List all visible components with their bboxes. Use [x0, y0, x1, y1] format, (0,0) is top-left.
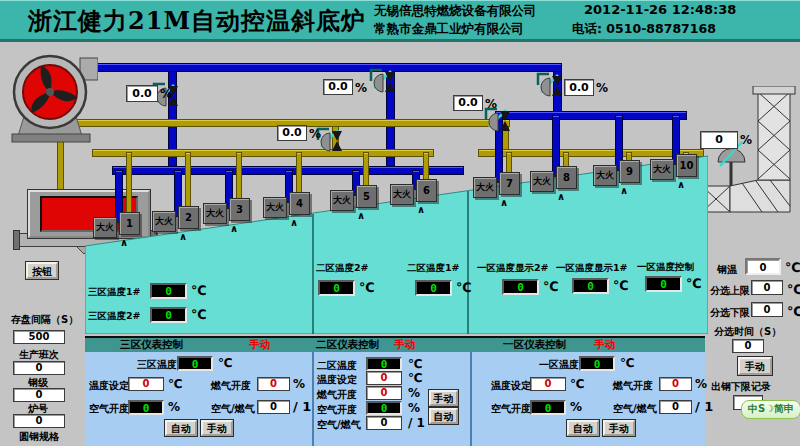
- percent-unit: %: [293, 377, 305, 391]
- sorting-timer-input[interactable]: 0: [732, 339, 764, 353]
- gas-opening-label: 燃气开度: [613, 379, 653, 393]
- sidebar-field-input[interactable]: 0: [13, 361, 65, 375]
- panel-temp-label: 二区温度: [317, 359, 357, 373]
- row-unit: %: [408, 386, 420, 400]
- scada-screen: 浙江健力21M自动控温斜底炉 无锡倍思特燃烧设备有限公司 常熟市金鼎工业炉有限公…: [0, 0, 800, 446]
- gas-opening-input[interactable]: 0: [366, 386, 402, 400]
- sidebar-field-label: 圆钢规格: [19, 430, 59, 444]
- panel-temp-led: 0: [177, 356, 213, 371]
- butterfly-valve-icon: [535, 71, 563, 103]
- setpoint-input[interactable]: 0: [128, 377, 164, 391]
- manual-button[interactable]: 手动: [201, 420, 233, 436]
- celsius-unit: ℃: [785, 260, 800, 275]
- zone-temp-label: 三区温度1#: [88, 286, 141, 299]
- manual-button[interactable]: 手动: [603, 420, 635, 436]
- zone-temp-led: 0: [318, 280, 355, 296]
- zone-temp-label: 一区温度控制: [637, 261, 694, 274]
- gas-opening-input[interactable]: 0: [257, 377, 290, 391]
- auto-button[interactable]: 自动: [165, 420, 197, 436]
- auto-button[interactable]: 自动: [567, 420, 599, 436]
- air-gas-ratio-input[interactable]: 0: [366, 416, 402, 430]
- row-unit: %: [408, 401, 420, 415]
- celsius-unit: ℃: [359, 280, 375, 295]
- burner-legs-icon: ∧: [620, 185, 628, 196]
- air-gas-ratio-label: 空气/燃气: [317, 418, 361, 432]
- setpoint-label: 温度设定: [491, 379, 531, 393]
- burner-legs-icon: ∧: [417, 204, 425, 215]
- burner-legs-icon: ∧: [120, 237, 128, 248]
- air-pipe: [495, 111, 687, 120]
- air-opening-label: 空气开度: [89, 402, 129, 416]
- air-gas-ratio-label: 空气/燃气: [613, 402, 657, 416]
- setpoint-input[interactable]: 0: [366, 371, 402, 385]
- percent-unit: %: [596, 81, 608, 95]
- air-opening-led: 0: [128, 400, 164, 415]
- burner-number-box: 2: [178, 206, 199, 229]
- burner-flame-label: 大火: [152, 211, 176, 232]
- manual-button[interactable]: 手动: [429, 390, 458, 406]
- ime-toolbar[interactable]: 中S☽简申: [741, 400, 800, 419]
- page-title: 浙江健力21M自动控温斜底炉: [28, 5, 366, 37]
- burner-flame-label: 大火: [473, 177, 497, 198]
- title-banner: 浙江健力21M自动控温斜底炉 无锡倍思特燃烧设备有限公司 常熟市金鼎工业炉有限公…: [0, 0, 800, 42]
- setpoint-input[interactable]: 0: [530, 377, 566, 391]
- row-unit: / 1: [408, 416, 425, 430]
- pipe-flange-left: [13, 230, 20, 250]
- sidebar-field-input[interactable]: 0: [13, 388, 65, 402]
- gas-opening-input[interactable]: 0: [659, 377, 692, 391]
- burner-flame-label: 大火: [203, 203, 227, 224]
- burner-legs-icon: ∧: [230, 223, 238, 234]
- celsius-unit: ℃: [191, 283, 207, 298]
- burner-number-box: 3: [229, 198, 250, 221]
- sidebar-field-input[interactable]: 500: [13, 330, 65, 344]
- zone-temp-led: 0: [572, 278, 609, 294]
- burner-number-box: 10: [676, 154, 697, 177]
- zone-temp-label: 一区温度显示1#: [556, 262, 628, 275]
- valve-opening-display: 0.0: [277, 125, 307, 141]
- burner-flame-label: 大火: [330, 190, 354, 211]
- zone-temp-label: 二区温度1#: [407, 262, 460, 275]
- panel-mode-indicator: 手动: [594, 338, 615, 352]
- celsius-unit: ℃: [456, 280, 472, 295]
- celsius-unit: ℃: [218, 356, 233, 370]
- celsius-unit: ℃: [787, 304, 800, 319]
- burner-gas-drop: [126, 152, 132, 221]
- manual-button-right[interactable]: 手动: [738, 357, 772, 375]
- burner-flame-label: 大火: [530, 171, 554, 192]
- percent-unit: %: [485, 97, 497, 111]
- zone-temp-label: 三区温度2#: [88, 310, 141, 323]
- air-gas-ratio-input[interactable]: 0: [257, 400, 290, 414]
- burner-legs-icon: ∧: [179, 231, 187, 242]
- right-field-input[interactable]: 0: [751, 280, 783, 295]
- burner-number-box: 9: [619, 160, 640, 183]
- celsius-unit: ℃: [570, 377, 585, 391]
- burner-number-box: 6: [416, 179, 437, 202]
- zone-temp-label: 一区温度显示2#: [477, 262, 549, 275]
- gas-opening-label: 燃气开度: [211, 379, 251, 393]
- burner-legs-icon: ∧: [290, 217, 298, 228]
- panel-temp-label: 三区温度: [137, 358, 177, 372]
- celsius-unit: ℃: [613, 278, 629, 293]
- valve-opening-display: 0.0: [126, 85, 158, 102]
- valve-opening-display: 0.0: [564, 79, 594, 96]
- sidebar-field-input[interactable]: 0: [13, 414, 65, 428]
- air-opening-input: 0: [366, 401, 402, 415]
- air-opening-led: 0: [530, 400, 566, 415]
- right-field-input[interactable]: 0: [751, 302, 783, 317]
- burner-legs-icon: ∧: [557, 191, 565, 202]
- valve-opening-display: 0.0: [323, 79, 353, 95]
- celsius-unit: ℃: [686, 276, 702, 291]
- valve-opening-display: 0: [700, 131, 738, 149]
- panel-mode-indicator: 手动: [394, 338, 415, 352]
- air-gas-ratio-input[interactable]: 0: [659, 400, 692, 414]
- setpoint-label: 温度设定: [89, 379, 129, 393]
- panel-header-label: 一区仪表控制: [503, 338, 566, 352]
- celsius-unit: ℃: [168, 377, 183, 391]
- right-field-label: 钢温: [717, 263, 737, 277]
- right-field-input[interactable]: 0: [745, 258, 781, 275]
- datetime: 2012-11-26 12:48:38: [584, 2, 736, 17]
- burner-flame-label: 大火: [263, 197, 287, 218]
- button-anniu[interactable]: 按钮: [26, 262, 58, 279]
- auto-button[interactable]: 自动: [429, 408, 458, 424]
- zone-temp-led: 0: [502, 279, 539, 295]
